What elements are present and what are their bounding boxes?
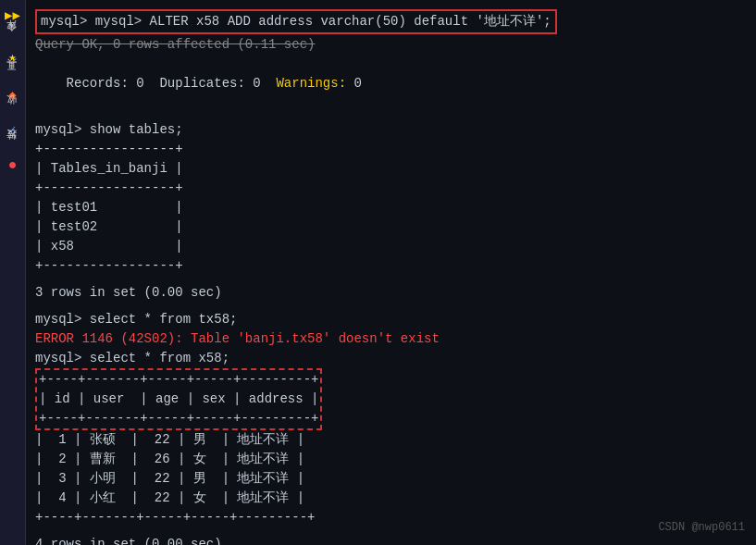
col-header-row: | id | user | age | sex | address | bbox=[39, 390, 318, 409]
col-border-bot: +----+-------+-----+-----+---------+ bbox=[35, 508, 747, 527]
table-row-x58: | x58 | bbox=[35, 237, 747, 256]
table-row-test01: | test01 | bbox=[35, 198, 747, 217]
col-border-top: +----+-------+-----+-----+---------+ bbox=[39, 370, 318, 390]
select-x58-cmd: mysql> select * from x58; bbox=[35, 349, 747, 368]
data-row-4: | 4 | 小红 | 22 | 女 | 地址不详 | bbox=[35, 489, 747, 508]
query-ok-line: Query OK, 0 rows affected (0.11 sec) bbox=[35, 35, 747, 55]
records-text: Records: 0 Duplicates: 0 bbox=[67, 76, 277, 91]
rows-in-set-2: 4 rows in set (0.00 sec) bbox=[35, 535, 747, 545]
sidebar-item-2[interactable]: 工具 bbox=[6, 76, 19, 78]
data-row-3: | 3 | 小明 | 22 | 男 | 地址不详 | bbox=[35, 469, 747, 489]
table-border-bot: +-----------------+ bbox=[35, 256, 747, 276]
warnings-yellow: Warnings: bbox=[276, 76, 346, 91]
terminal-area: mysql> mysql> ALTER x58 ADD address varc… bbox=[26, 0, 756, 545]
col-border-mid: +----+-------+-----+-----+---------+ bbox=[39, 409, 318, 428]
sidebar-star-icon[interactable]: ★ bbox=[8, 49, 16, 65]
sidebar-diamond-icon[interactable]: ◆ bbox=[8, 87, 16, 103]
error-line: ERROR 1146 (42S02): Table 'banji.tx58' d… bbox=[35, 329, 747, 349]
table-border-mid: +-----------------+ bbox=[35, 179, 747, 198]
data-row-1: | 1 | 张硕 | 22 | 男 | 地址不详 | bbox=[35, 430, 747, 450]
data-row-2: | 2 | 曹新 | 26 | 女 | 地址不详 | bbox=[35, 450, 747, 469]
warnings-value: 0 bbox=[346, 76, 362, 91]
table-header-row: | Tables_in_banji | bbox=[35, 159, 747, 179]
show-tables-cmd: mysql> show tables; bbox=[35, 120, 747, 140]
select-tx58-cmd: mysql> select * from tx58; bbox=[35, 310, 747, 329]
table-border-top: +-----------------+ bbox=[35, 140, 747, 159]
sidebar-item-4[interactable]: 转发 bbox=[6, 146, 19, 148]
csdn-watermark: CSDN @nwp0611 bbox=[658, 521, 745, 534]
top-arrow-icon: ▶▶ bbox=[5, 7, 20, 23]
sidebar: ▶▶ 金库 ★ 工具 ◆ 收 ✓ 转发 ● bbox=[0, 0, 26, 545]
sidebar-item-1[interactable]: 金库 bbox=[6, 38, 19, 40]
sidebar-check-icon[interactable]: ✓ bbox=[9, 122, 17, 137]
records-line: Records: 0 Duplicates: 0 Warnings: 0 bbox=[35, 55, 747, 113]
sidebar-dot-icon[interactable]: ● bbox=[8, 157, 18, 174]
rows-in-set-1: 3 rows in set (0.00 sec) bbox=[35, 283, 747, 303]
alter-command-line: mysql> mysql> ALTER x58 ADD address varc… bbox=[41, 12, 552, 31]
sidebar-item-3[interactable]: 收 bbox=[6, 112, 19, 113]
table-row-test02: | test02 | bbox=[35, 217, 747, 237]
